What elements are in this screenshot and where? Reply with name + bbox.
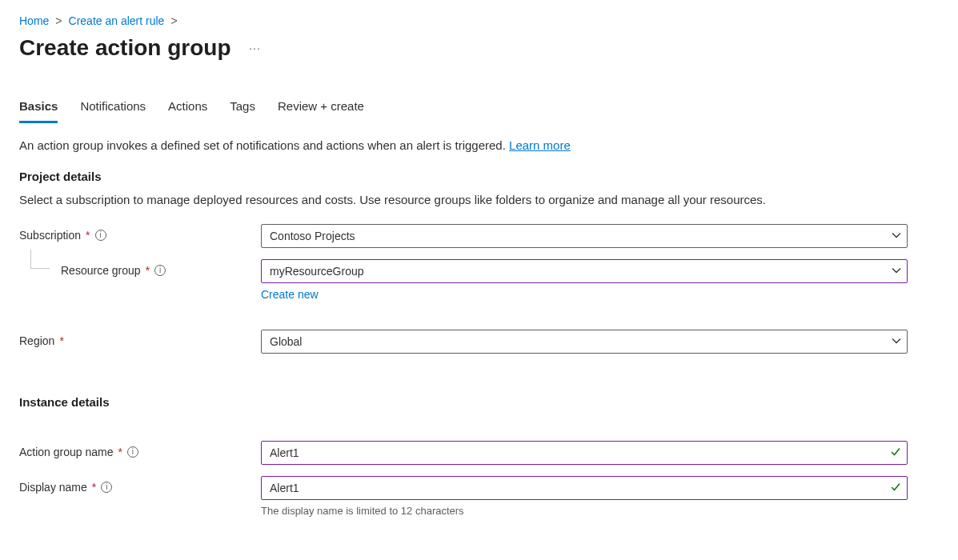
info-icon[interactable]: i: [127, 446, 138, 458]
breadcrumb-create-alert-rule[interactable]: Create an alert rule: [69, 14, 165, 27]
action-group-name-value: Alert1: [270, 446, 299, 459]
checkmark-icon: [890, 446, 901, 460]
row-resource-group: Resource group * i myResourceGroup Creat…: [19, 259, 939, 301]
label-action-group-name-text: Action group name: [19, 446, 114, 458]
breadcrumb: Home > Create an alert rule >: [19, 14, 939, 27]
label-action-group-name: Action group name * i: [19, 441, 261, 458]
label-region-text: Region: [19, 334, 54, 347]
section-heading-project-details: Project details: [19, 170, 939, 183]
region-select[interactable]: Global: [261, 330, 908, 354]
field-subscription: Contoso Projects: [261, 224, 908, 248]
tab-actions[interactable]: Actions: [168, 94, 207, 123]
page-title: Create action group: [19, 35, 230, 61]
section-heading-instance-details: Instance details: [19, 395, 939, 409]
ellipsis-icon: ···: [249, 42, 261, 54]
description: An action group invokes a defined set of…: [19, 138, 939, 152]
display-name-value: Alert1: [270, 482, 299, 494]
field-resource-group: myResourceGroup Create new: [261, 259, 908, 301]
label-subscription-text: Subscription: [19, 229, 81, 242]
action-group-name-input[interactable]: Alert1: [261, 441, 908, 465]
breadcrumb-sep-1: >: [55, 14, 62, 27]
indent-elbow-icon: [30, 250, 50, 269]
create-new-resource-group-link[interactable]: Create new: [261, 288, 319, 301]
row-region: Region * Global: [19, 330, 939, 354]
field-region: Global: [261, 330, 908, 354]
display-name-input[interactable]: Alert1: [261, 476, 908, 500]
row-action-group-name: Action group name * i Alert1: [19, 441, 939, 465]
label-display-name-text: Display name: [19, 481, 87, 494]
tab-review-create[interactable]: Review + create: [278, 94, 364, 123]
label-display-name: Display name * i: [19, 476, 261, 494]
info-icon[interactable]: i: [101, 482, 112, 493]
required-asterisk: *: [59, 334, 63, 347]
required-asterisk: *: [118, 446, 122, 458]
required-asterisk: *: [86, 229, 90, 242]
row-subscription: Subscription * i Contoso Projects: [19, 224, 939, 248]
more-actions-button[interactable]: ···: [245, 38, 264, 58]
display-name-hint: The display name is limited to 12 charac…: [261, 505, 908, 517]
info-icon[interactable]: i: [95, 230, 106, 241]
subscription-select-value: Contoso Projects: [270, 230, 355, 242]
tabs: Basics Notifications Actions Tags Review…: [19, 94, 939, 124]
resource-group-select[interactable]: myResourceGroup: [261, 259, 908, 283]
learn-more-link[interactable]: Learn more: [509, 138, 571, 152]
field-action-group-name: Alert1: [261, 441, 908, 465]
label-resource-group: Resource group * i: [19, 259, 261, 277]
tab-tags[interactable]: Tags: [230, 94, 255, 123]
create-action-group-page: Home > Create an alert rule > Create act…: [0, 0, 958, 560]
tab-notifications[interactable]: Notifications: [80, 94, 146, 123]
breadcrumb-sep-2: >: [170, 14, 177, 27]
field-display-name: Alert1 The display name is limited to 12…: [261, 476, 908, 517]
breadcrumb-home[interactable]: Home: [19, 14, 49, 27]
label-resource-group-text: Resource group: [61, 264, 141, 277]
checkmark-icon: [890, 482, 901, 495]
row-display-name: Display name * i Alert1 The display name…: [19, 476, 939, 517]
required-asterisk: *: [92, 481, 96, 494]
label-region: Region *: [19, 330, 261, 347]
label-subscription: Subscription * i: [19, 224, 261, 242]
resource-group-select-value: myResourceGroup: [270, 265, 364, 278]
description-text: An action group invokes a defined set of…: [19, 138, 509, 152]
tab-basics[interactable]: Basics: [19, 94, 58, 123]
subscription-select[interactable]: Contoso Projects: [261, 224, 908, 248]
title-row: Create action group ···: [19, 35, 939, 61]
required-asterisk: *: [146, 264, 150, 277]
info-icon[interactable]: i: [154, 265, 166, 276]
region-select-value: Global: [270, 335, 302, 348]
section-text-project-details: Select a subscription to manage deployed…: [19, 193, 939, 206]
